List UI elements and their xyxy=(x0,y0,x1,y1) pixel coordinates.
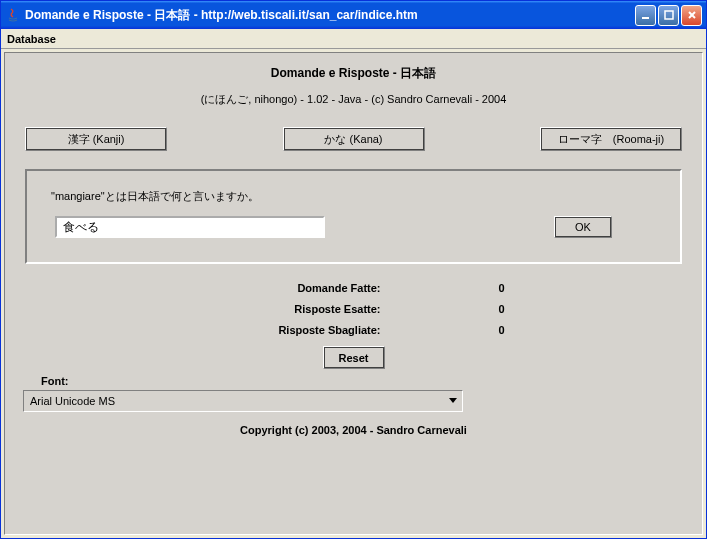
kana-button-label: かな (Kana) xyxy=(324,132,382,147)
ok-button-label: OK xyxy=(575,221,591,233)
reset-button[interactable]: Reset xyxy=(323,346,385,369)
window-title: Domande e Risposte - 日本語 - http://web.ti… xyxy=(25,7,635,24)
stat-domande-fatte: Domande Fatte: 0 xyxy=(109,282,599,294)
stat-value: 0 xyxy=(399,324,599,336)
reset-row: Reset xyxy=(15,346,692,369)
stat-label: Domande Fatte: xyxy=(109,282,399,294)
reset-button-label: Reset xyxy=(339,352,369,364)
stat-label: Risposte Esatte: xyxy=(109,303,399,315)
svg-marker-4 xyxy=(449,398,457,403)
minimize-button[interactable] xyxy=(635,5,656,26)
svg-rect-1 xyxy=(665,11,673,19)
app-window: Domande e Risposte - 日本語 - http://web.ti… xyxy=(0,0,707,539)
close-button[interactable] xyxy=(681,5,702,26)
kana-button[interactable]: かな (Kana) xyxy=(283,127,425,151)
stats-section: Domande Fatte: 0 Risposte Esatte: 0 Risp… xyxy=(15,282,692,336)
answer-row: OK xyxy=(49,216,658,238)
ok-button[interactable]: OK xyxy=(554,216,612,238)
copyright-text: Copyright (c) 2003, 2004 - Sandro Carnev… xyxy=(15,424,692,436)
kanji-button-label: 漢字 (Kanji) xyxy=(68,132,125,147)
chevron-down-icon xyxy=(444,391,462,411)
stat-value: 0 xyxy=(399,282,599,294)
mode-button-row: 漢字 (Kanji) かな (Kana) ローマ字 (Rooma-ji) xyxy=(25,127,682,151)
menubar: Database xyxy=(1,29,706,49)
stat-risposte-esatte: Risposte Esatte: 0 xyxy=(109,303,599,315)
kanji-button[interactable]: 漢字 (Kanji) xyxy=(25,127,167,151)
font-label: Font: xyxy=(41,375,678,387)
page-subtitle: (にほんご, nihongo) - 1.02 - Java - (c) Sand… xyxy=(15,92,692,107)
stat-label: Risposte Sbagliate: xyxy=(109,324,399,336)
font-combobox-value: Arial Unicode MS xyxy=(24,395,444,407)
main-panel: Domande e Risposte - 日本語 (にほんご, nihongo)… xyxy=(4,52,703,535)
page-title: Domande e Risposte - 日本語 xyxy=(15,65,692,82)
window-controls xyxy=(635,5,702,26)
question-answer-panel: "mangiare"とは日本語で何と言いますか。 OK xyxy=(25,169,682,264)
stat-value: 0 xyxy=(399,303,599,315)
roomaji-button[interactable]: ローマ字 (Rooma-ji) xyxy=(540,127,682,151)
font-section: Font: Arial Unicode MS xyxy=(29,375,678,412)
titlebar: Domande e Risposte - 日本語 - http://web.ti… xyxy=(1,1,706,29)
menu-database[interactable]: Database xyxy=(7,33,56,45)
stat-risposte-sbagliate: Risposte Sbagliate: 0 xyxy=(109,324,599,336)
font-combobox[interactable]: Arial Unicode MS xyxy=(23,390,463,412)
answer-input[interactable] xyxy=(55,216,325,238)
question-text: "mangiare"とは日本語で何と言いますか。 xyxy=(51,189,658,204)
maximize-button[interactable] xyxy=(658,5,679,26)
svg-rect-0 xyxy=(642,17,649,19)
java-app-icon xyxy=(5,7,21,23)
roomaji-button-label: ローマ字 (Rooma-ji) xyxy=(558,132,664,147)
